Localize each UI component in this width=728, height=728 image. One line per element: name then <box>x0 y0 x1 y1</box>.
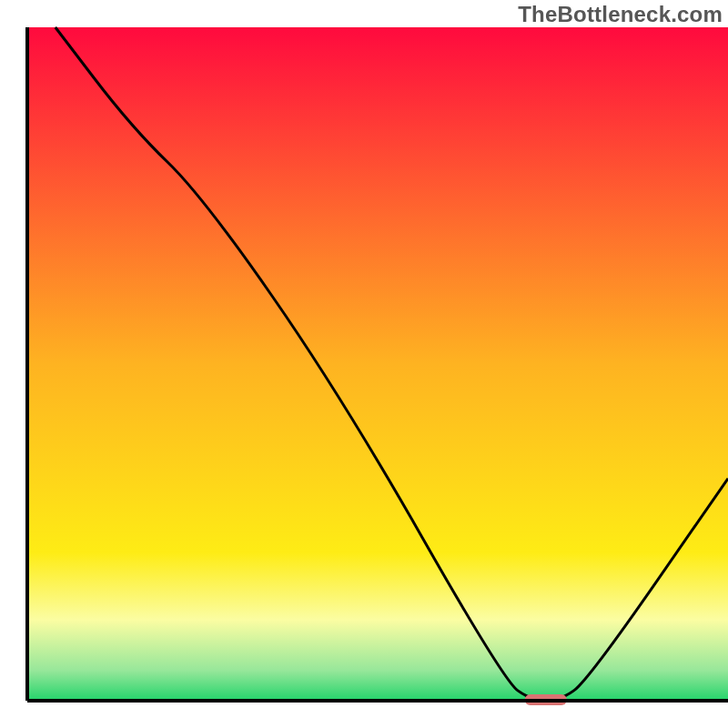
watermark: TheBottleneck.com <box>518 2 723 27</box>
plot-background <box>27 27 728 701</box>
chart-canvas: { "watermark": "TheBottleneck.com", "cha… <box>0 0 728 728</box>
chart-svg <box>0 0 728 728</box>
